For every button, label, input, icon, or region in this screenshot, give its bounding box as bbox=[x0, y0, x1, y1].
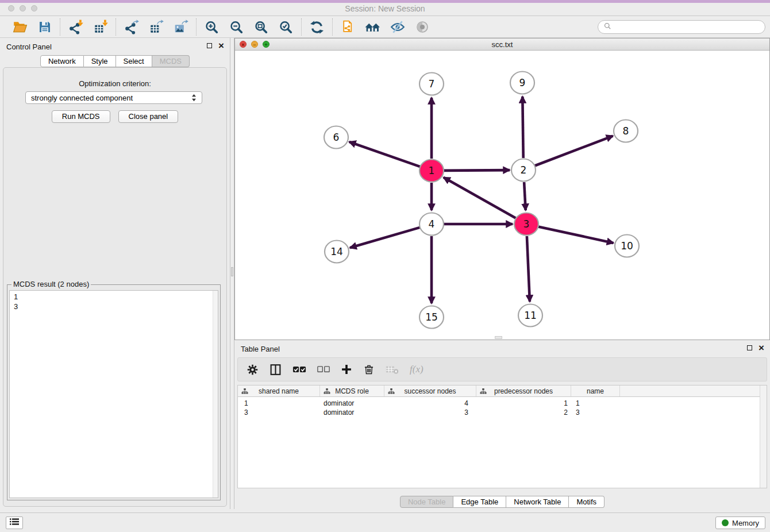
cell-predecessor-nodes[interactable]: 2 bbox=[476, 408, 571, 417]
close-panel-icon[interactable]: × bbox=[218, 43, 224, 49]
main-toolbar-groups bbox=[5, 18, 437, 36]
graph-edge-1-2[interactable] bbox=[444, 170, 510, 171]
graph-node-7[interactable]: 7 bbox=[419, 73, 444, 95]
graph-node-9[interactable]: 9 bbox=[510, 72, 534, 94]
import-table-icon[interactable] bbox=[93, 20, 108, 35]
delete-column-icon[interactable] bbox=[363, 364, 375, 375]
import-network-icon[interactable] bbox=[68, 20, 83, 35]
first-neighbors-icon[interactable] bbox=[365, 20, 380, 35]
panel-divider[interactable] bbox=[230, 38, 234, 509]
settings-icon[interactable] bbox=[247, 364, 259, 376]
graph-edge-2-3[interactable] bbox=[524, 182, 526, 210]
zoom-fit-icon[interactable] bbox=[253, 20, 269, 35]
graph-node-1[interactable]: 1 bbox=[419, 160, 444, 182]
open-session-icon[interactable] bbox=[12, 20, 28, 35]
float-table-panel-icon[interactable] bbox=[747, 345, 752, 350]
network-maximize-icon[interactable]: + bbox=[263, 41, 270, 48]
export-table-icon[interactable] bbox=[148, 20, 164, 35]
window-minimize-icon[interactable] bbox=[20, 5, 26, 11]
cell-mcds-role[interactable]: dominator bbox=[320, 408, 384, 417]
tab-style[interactable]: Style bbox=[84, 55, 116, 67]
graph-node-6[interactable]: 6 bbox=[324, 126, 348, 149]
network-close-icon[interactable]: × bbox=[240, 41, 247, 48]
network-resize-grip[interactable] bbox=[495, 336, 502, 339]
criterion-dropdown[interactable]: strongly connected component bbox=[25, 91, 202, 104]
mcds-result-line: 1 bbox=[14, 292, 214, 302]
close-panel-button[interactable]: Close panel bbox=[118, 110, 179, 123]
zoom-selected-icon[interactable] bbox=[278, 20, 294, 35]
svg-text:15: 15 bbox=[425, 311, 438, 323]
network-window-titlebar: × − + scc.txt bbox=[235, 38, 769, 51]
search-input[interactable] bbox=[615, 23, 760, 32]
table-scrollbar[interactable] bbox=[760, 385, 767, 488]
graph-edge-2-9[interactable] bbox=[522, 97, 523, 158]
svg-text:4: 4 bbox=[429, 218, 435, 230]
cell-predecessor-nodes[interactable]: 1 bbox=[476, 399, 571, 408]
column-header-predecessor-nodes[interactable]: predecessor nodes bbox=[476, 385, 571, 396]
graph-edge-2-8[interactable] bbox=[535, 136, 613, 166]
graph-node-14[interactable]: 14 bbox=[325, 241, 349, 263]
columns-icon[interactable] bbox=[270, 364, 282, 376]
table-panel: Table Panel × f(x) shared nameMCDS roles… bbox=[234, 340, 770, 512]
refresh-icon[interactable] bbox=[309, 20, 325, 35]
graph-node-4[interactable]: 4 bbox=[419, 213, 444, 236]
close-table-panel-icon[interactable]: × bbox=[759, 345, 764, 351]
graph-edge-3-10[interactable] bbox=[538, 227, 614, 243]
graph-node-8[interactable]: 8 bbox=[614, 120, 638, 142]
cell-successor-nodes[interactable]: 3 bbox=[384, 408, 476, 417]
tab-edge-table[interactable]: Edge Table bbox=[453, 496, 506, 508]
graph-node-11[interactable]: 11 bbox=[518, 304, 542, 327]
cell-name[interactable]: 1 bbox=[571, 399, 620, 408]
graph-edge-3-11[interactable] bbox=[527, 236, 530, 302]
export-image-icon[interactable] bbox=[173, 20, 188, 35]
graph-node-3[interactable]: 3 bbox=[514, 213, 538, 236]
column-header-name[interactable]: name bbox=[571, 385, 620, 396]
tab-select[interactable]: Select bbox=[116, 55, 152, 67]
window-zoom-icon[interactable] bbox=[31, 5, 37, 11]
network-minimize-icon[interactable]: − bbox=[251, 41, 258, 48]
memory-button[interactable]: Memory bbox=[715, 516, 765, 529]
table-row[interactable]: 3dominator323 bbox=[238, 408, 767, 417]
graph-node-10[interactable]: 10 bbox=[615, 235, 639, 257]
export-network-icon[interactable] bbox=[124, 20, 139, 35]
cell-shared-name[interactable]: 1 bbox=[238, 399, 320, 408]
column-header-mcds-role[interactable]: MCDS role bbox=[320, 385, 384, 396]
graph-node-15[interactable]: 15 bbox=[419, 306, 444, 329]
mcds-result-text[interactable]: 13 bbox=[9, 290, 218, 498]
clone-network-icon[interactable] bbox=[340, 20, 356, 35]
run-mcds-button[interactable]: Run MCDS bbox=[52, 110, 110, 123]
graph-edge-1-6[interactable] bbox=[349, 142, 421, 167]
divider-grip[interactable] bbox=[231, 267, 233, 276]
select-all-columns-icon[interactable] bbox=[292, 365, 306, 374]
zoom-out-icon[interactable] bbox=[229, 20, 244, 35]
cell-shared-name[interactable]: 3 bbox=[238, 408, 320, 417]
table-row[interactable]: 1dominator411 bbox=[238, 399, 767, 408]
column-label: predecessor nodes bbox=[494, 387, 553, 395]
graph-edge-3-1[interactable] bbox=[444, 178, 516, 218]
zoom-in-icon[interactable] bbox=[204, 20, 220, 35]
deselect-all-columns-icon[interactable] bbox=[317, 365, 330, 373]
task-history-button[interactable] bbox=[6, 516, 23, 529]
network-graph: 7968124314101511 bbox=[235, 51, 769, 340]
network-canvas[interactable]: 7968124314101511 bbox=[235, 51, 769, 340]
hide-selected-icon[interactable] bbox=[390, 20, 405, 35]
cell-successor-nodes[interactable]: 4 bbox=[384, 399, 476, 408]
tab-node-table[interactable]: Node Table bbox=[400, 496, 454, 508]
float-panel-icon[interactable] bbox=[207, 43, 212, 48]
cell-name[interactable]: 3 bbox=[571, 408, 620, 417]
cell-mcds-role[interactable]: dominator bbox=[320, 399, 384, 408]
save-session-icon[interactable] bbox=[37, 20, 52, 35]
tab-network[interactable]: Network bbox=[40, 55, 84, 67]
control-panel-header: Control Panel × bbox=[0, 38, 230, 54]
search-box[interactable] bbox=[598, 20, 765, 34]
column-header-shared-name[interactable]: shared name bbox=[238, 385, 320, 396]
graph-edge-4-14[interactable] bbox=[350, 228, 420, 248]
graph-node-2[interactable]: 2 bbox=[511, 159, 536, 182]
tab-network-table[interactable]: Network Table bbox=[506, 496, 569, 508]
column-header-successor-nodes[interactable]: successor nodes bbox=[384, 385, 476, 396]
add-column-icon[interactable] bbox=[341, 364, 352, 375]
tab-mcds[interactable]: MCDS bbox=[152, 55, 190, 67]
tab-motifs[interactable]: Motifs bbox=[569, 496, 605, 508]
mcds-result-scrollbar[interactable] bbox=[213, 291, 218, 498]
window-close-icon[interactable] bbox=[8, 5, 14, 11]
